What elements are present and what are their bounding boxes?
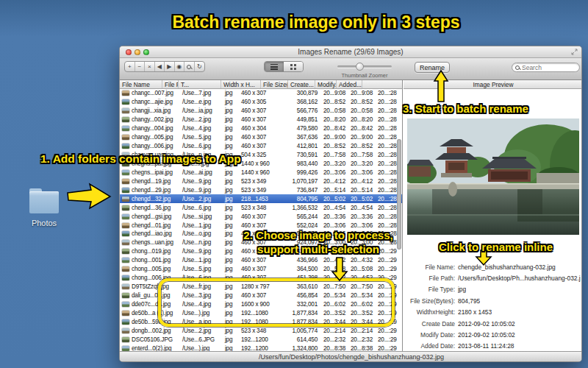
list-icon (270, 64, 278, 70)
detail-row[interactable]: File Type: jpg (406, 284, 581, 295)
table-row[interactable]: changc...007.jpg /Use...7.jpg jpg 460 x … (120, 89, 402, 98)
file-thumbnail (122, 328, 129, 333)
refresh-button[interactable]: ↻ (195, 62, 205, 71)
table-row[interactable]: DSC05106.JPG /Use...6.JPG jpg 192...1200… (120, 335, 402, 344)
detail-value[interactable]: 2012-09-02 10:05:02 (458, 331, 515, 339)
column-header[interactable]: Modify... (315, 80, 337, 88)
fullscreen-icon[interactable] (571, 49, 578, 55)
table-row[interactable]: changy...004.jpg /Use...4.jpg jpg 460 x … (120, 124, 402, 133)
detail-value[interactable]: 2012-09-02 10:05:02 (458, 320, 515, 328)
search-field[interactable] (512, 63, 580, 72)
table-row[interactable]: changy...002.jpg /Use...2.jpg jpg 460 x … (120, 116, 402, 124)
table-row[interactable]: chengd...gsi.jpg /Use...si.jpg jpg 460 x… (120, 212, 402, 221)
search-button[interactable] (184, 62, 195, 71)
file-thumbnail (122, 214, 129, 219)
detail-label: Create Date (406, 320, 455, 328)
list-view-button[interactable] (265, 62, 284, 71)
table-row[interactable]: chengd...29.jpg /Use...9.jpg jpg 523 x 3… (120, 185, 402, 194)
remove-button[interactable]: − (135, 62, 146, 71)
file-thumbnail (122, 188, 129, 193)
file-thumbnail (122, 275, 129, 280)
detail-value[interactable]: 804,795 (458, 297, 480, 305)
detail-label: File Size(Bytes): (406, 297, 455, 305)
table-row[interactable]: chengd...32.jpg /Use...2.jpg jpg 218...1… (120, 194, 402, 203)
multi-selection-highlight (158, 278, 395, 327)
preview-button[interactable]: ◉ (175, 62, 185, 71)
thumbnail-zoomer-slider[interactable] (337, 66, 392, 68)
column-header[interactable]: File Name (120, 80, 162, 88)
detail-label: File Name: (406, 263, 455, 271)
detail-row[interactable]: File Path: /Users/fun/Desktop/Ph...husha… (406, 272, 581, 283)
detail-value[interactable]: chengde_bishushanzhuang-032.jpg (458, 263, 556, 271)
toolbar-button-group: + − × ◀ ▶ ◉ ↻ (124, 61, 205, 72)
file-thumbnail (122, 108, 129, 113)
grid-icon (290, 64, 293, 66)
add-button[interactable]: + (125, 62, 135, 71)
search-icon (515, 66, 520, 70)
step3-annotation: 3. Start to batch rename (403, 102, 528, 115)
table-row[interactable]: changy...005.jpg /Use...5.jpg jpg 460 x … (120, 133, 402, 142)
detail-row[interactable]: File Size(Bytes): 804,795 (406, 295, 581, 306)
file-thumbnail (122, 197, 129, 202)
detail-row[interactable]: WidthxHeight: 2180 x 1453 (406, 307, 581, 318)
file-thumbnail (122, 293, 129, 298)
file-thumbnail (122, 117, 129, 122)
detail-value[interactable]: 2180 x 1453 (458, 308, 492, 316)
file-thumbnail (122, 311, 129, 316)
photos-folder[interactable]: Photos (29, 188, 59, 228)
file-thumbnail (122, 258, 129, 263)
column-header[interactable]: File Size(B... (261, 80, 288, 88)
table-row[interactable]: dongb...002.jpg /Use...2.jpg jpg 523 x 3… (120, 326, 402, 335)
file-thumbnail (122, 346, 129, 351)
thumbnail-zoomer-label: Thumbnail Zoomer (324, 72, 405, 79)
column-header[interactable]: File Path (162, 80, 179, 88)
delete-button[interactable]: × (145, 62, 155, 71)
table-row[interactable]: chengd...19.jpg /Use...9.jpg jpg 523 x 3… (120, 177, 402, 185)
column-header[interactable]: T... (179, 80, 221, 88)
grid-view-button[interactable] (284, 62, 303, 71)
detail-row[interactable]: File Name: chengde_bishushanzhuang-032.j… (406, 261, 581, 272)
file-thumbnail (122, 240, 129, 245)
detail-row[interactable]: Create Date 2012-09-02 10:05:02 (406, 318, 581, 329)
file-thumbnail (122, 205, 129, 210)
detail-row[interactable]: Modify Date: 2012-09-02 10:05:02 (406, 329, 581, 340)
table-row[interactable]: changji...xia.jpg /Use...ia.jpg jpg 460 … (120, 107, 402, 116)
view-mode-segmented-control (264, 61, 304, 72)
detail-value[interactable]: /Users/fun/Desktop/Ph...hushanzhuang-032… (458, 275, 581, 282)
column-header[interactable]: Create... (288, 80, 315, 88)
file-thumbnail (122, 223, 129, 228)
file-thumbnail (122, 284, 129, 289)
detail-label: File Type: (406, 286, 455, 293)
step2-annotation: 2. Choose image to process, support mult… (235, 228, 401, 256)
file-thumbnail (122, 135, 129, 140)
search-input[interactable] (522, 64, 573, 71)
detail-value[interactable]: 2013-08-11 11:24:28 (458, 342, 514, 350)
desktop: Batch rename image only in 3 steps Photo… (0, 0, 588, 368)
table-row[interactable]: changy...006.jpg /Use...6.jpg jpg 460 x … (120, 142, 402, 151)
column-header[interactable]: Width x H... (221, 80, 261, 88)
table-row[interactable]: chengd...36.jpg /Use...6.jpg jpg 523 x 3… (120, 203, 402, 212)
file-thumbnail (122, 91, 129, 96)
title-bar: Images Rename (29/69 Images) (120, 46, 581, 58)
table-row[interactable]: chong...005.jpg /Use...5.jpg jpg 460 x 3… (120, 265, 402, 274)
table-row[interactable]: chong...001.jpg /Use...1.jpg jpg 460 x 3… (120, 256, 402, 265)
file-thumbnail (122, 266, 129, 272)
detail-value[interactable]: jpg (458, 286, 466, 293)
file-thumbnail (122, 170, 129, 175)
file-thumbnail (122, 126, 129, 131)
prev-button[interactable]: ◀ (155, 62, 165, 71)
file-thumbnail (122, 337, 129, 342)
detail-row[interactable]: Added Date: 2013-08-11 11:24:28 (406, 341, 581, 352)
inline-annotation: Click to rename inline (439, 241, 553, 253)
step1-annotation: 1. Add folders contain images to App (40, 152, 241, 166)
table-row[interactable]: chegns...ipai.jpg /Use...ai.jpg jpg 1440… (120, 168, 402, 177)
column-header[interactable]: Added... (337, 80, 362, 88)
file-thumbnail (122, 231, 129, 236)
file-thumbnail (122, 99, 129, 105)
slider-knob[interactable] (356, 63, 364, 71)
file-thumbnail (122, 319, 129, 325)
next-button[interactable]: ▶ (165, 62, 175, 71)
magnifier-icon (187, 65, 191, 69)
rename-button[interactable]: Rename (415, 62, 450, 73)
table-row[interactable]: changc...ajie.jpg /Use...e.jpg jpg 460 x… (120, 98, 402, 107)
